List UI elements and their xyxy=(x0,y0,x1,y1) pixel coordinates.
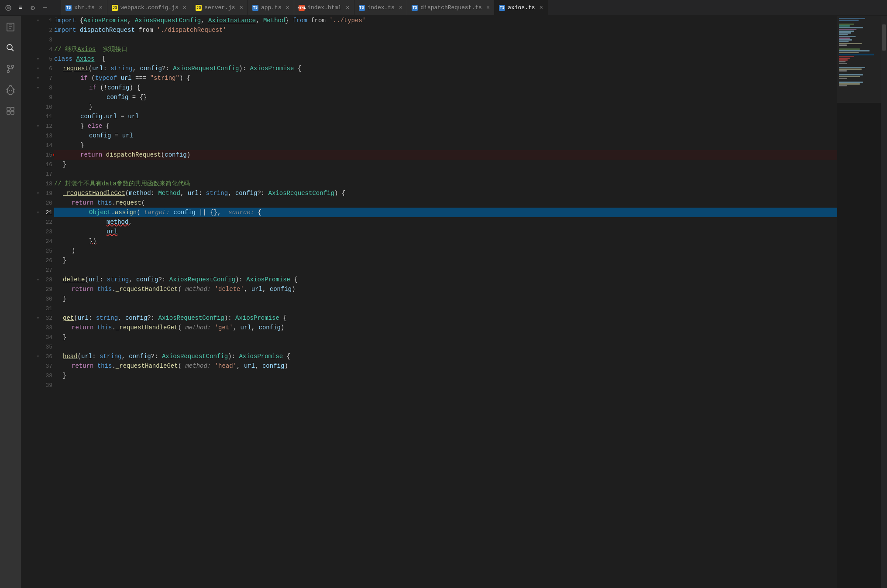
fold-icon-7[interactable]: ▾ xyxy=(35,75,41,81)
tab-app-ts[interactable]: TS app.ts × xyxy=(248,0,294,16)
fold-icon-19[interactable]: ▾ xyxy=(35,191,41,196)
gutter-line-22: 22 xyxy=(21,217,54,227)
search-icon[interactable] xyxy=(3,40,18,56)
gutter-line-2: 2 xyxy=(21,25,54,35)
gutter-line-15: 15 xyxy=(21,150,54,160)
tab-bar-icons: ≡ ⚙ — xyxy=(0,3,61,13)
gutter-line-31: 31 xyxy=(21,304,54,313)
fold-icon-36[interactable]: ▾ xyxy=(35,354,41,359)
tab-lang-icon: TS xyxy=(499,5,505,11)
fold-icon-32[interactable]: ▾ xyxy=(35,315,41,321)
tab-close-icon[interactable]: × xyxy=(346,5,349,11)
line-number-25: 25 xyxy=(42,248,52,254)
code-line-26: } xyxy=(54,256,837,265)
code-line-32: get ( url : string , config ?: AxiosRequ… xyxy=(54,313,837,323)
line-number-8: 8 xyxy=(42,85,52,91)
gutter-line-12: ▾ 12 xyxy=(21,121,54,131)
code-line-6: request ( url : string , config ?: Axios… xyxy=(54,64,837,73)
line-number-22: 22 xyxy=(42,219,52,226)
fold-icon-8[interactable]: ▾ xyxy=(35,85,41,90)
code-line-9: config = {} xyxy=(54,92,837,102)
code-line-24: }) xyxy=(54,236,837,246)
code-line-37: return this . _requestHandleGet ( method… xyxy=(54,361,837,371)
code-editor[interactable]: ▾ 1 2 3 4 xyxy=(21,16,887,588)
svg-point-4 xyxy=(7,71,10,73)
code-line-2: import dispatchRequest from './dispatchR… xyxy=(54,25,837,35)
gutter-line-14: 14 xyxy=(21,140,54,150)
code-line-30: } xyxy=(54,294,837,304)
tab-close-icon[interactable]: × xyxy=(286,5,289,11)
tab-close-icon[interactable]: × xyxy=(99,5,103,11)
tab-label: dispatchRequest.ts xyxy=(420,4,481,11)
minimap-panel xyxy=(837,16,881,588)
line-number-14: 14 xyxy=(42,142,52,149)
gutter-line-17: 17 xyxy=(21,169,54,179)
scroll-thumb[interactable] xyxy=(882,24,886,51)
tab-close-icon[interactable]: × xyxy=(399,5,402,11)
code-lines-area[interactable]: import { AxiosPromise , AxiosRequestConf… xyxy=(54,16,837,588)
line-number-18: 18 xyxy=(42,181,52,187)
tab-label: app.ts xyxy=(261,4,282,11)
line-number-3: 3 xyxy=(42,37,52,43)
tab-label: axios.ts xyxy=(508,4,535,11)
toggle-sidebar-icon[interactable]: ≡ xyxy=(16,3,25,13)
line-number-35: 35 xyxy=(42,344,52,350)
vertical-scrollbar[interactable] xyxy=(881,16,887,588)
svg-point-6 xyxy=(9,90,10,91)
line-number-28: 28 xyxy=(42,277,52,283)
gutter-line-9: 9 xyxy=(21,92,54,102)
fold-icon-1[interactable]: ▾ xyxy=(35,18,41,23)
gutter-line-33: 33 xyxy=(21,323,54,332)
tab-server-js[interactable]: JS server.js × xyxy=(191,0,248,16)
gutter-line-39: 39 xyxy=(21,380,54,390)
menu-icon[interactable] xyxy=(3,3,13,13)
code-line-7: if ( typeof url === "string" ) { xyxy=(54,73,837,83)
debug-icon[interactable] xyxy=(3,82,18,98)
settings-icon[interactable]: ⚙ xyxy=(28,3,38,13)
main-layout: ▾ 1 2 3 4 xyxy=(0,16,887,588)
tab-close-icon[interactable]: × xyxy=(540,5,543,11)
tab-dispatchrequest-ts[interactable]: TS dispatchRequest.ts × xyxy=(407,0,495,16)
app-root: ≡ ⚙ — TS xhr.ts × JS webpack.config.js ×… xyxy=(0,0,887,588)
tab-axios-ts[interactable]: TS axios.ts × xyxy=(495,0,548,16)
code-line-18: // 封装个不具有data参数的共用函数来简化代码 xyxy=(54,179,837,188)
gutter-line-3: 3 xyxy=(21,35,54,44)
fold-icon-12[interactable]: ▾ xyxy=(35,123,41,129)
tab-xhr-ts[interactable]: TS xhr.ts × xyxy=(61,0,107,16)
gutter-line-25: 25 xyxy=(21,246,54,256)
gutter-line-28: ▾ 28 xyxy=(21,275,54,284)
svg-rect-10 xyxy=(7,111,10,114)
gutter-line-23: 23 xyxy=(21,227,54,236)
line-number-31: 31 xyxy=(42,305,52,312)
tab-bar: ≡ ⚙ — TS xhr.ts × JS webpack.config.js ×… xyxy=(0,0,887,16)
source-control-icon[interactable] xyxy=(3,61,18,77)
code-line-3 xyxy=(54,35,837,44)
code-line-22: method , xyxy=(54,217,837,227)
minimize-icon[interactable]: — xyxy=(40,3,50,13)
fold-icon-6[interactable]: ▾ xyxy=(35,66,41,71)
tab-webpack-config-js[interactable]: JS webpack.config.js × xyxy=(107,0,191,16)
line-number-10: 10 xyxy=(42,104,52,110)
tab-lang-icon: TS xyxy=(65,5,72,11)
code-line-1: import { AxiosPromise , AxiosRequestConf… xyxy=(54,16,837,25)
gutter-line-26: 26 xyxy=(21,256,54,265)
gutter-line-1: ▾ 1 xyxy=(21,16,54,25)
code-line-39 xyxy=(54,380,837,390)
explorer-icon[interactable] xyxy=(3,19,18,35)
tab-close-icon[interactable]: × xyxy=(486,5,490,11)
tab-index-html[interactable]: HTML index.html × xyxy=(294,0,354,16)
extensions-icon[interactable] xyxy=(3,103,18,119)
code-line-36: head ( url : string , config ?: AxiosReq… xyxy=(54,352,837,361)
gutter-line-16: 16 xyxy=(21,160,54,169)
gutter-line-19: ▾ 19 xyxy=(21,188,54,198)
tab-lang-icon: JS xyxy=(112,5,118,11)
tab-close-icon[interactable]: × xyxy=(183,5,186,11)
tab-close-icon[interactable]: × xyxy=(239,5,243,11)
fold-icon-21[interactable]: ▾ xyxy=(35,210,41,215)
fold-icon-28[interactable]: ▾ xyxy=(35,277,41,282)
fold-icon-2 xyxy=(35,28,41,33)
line-number-32: 32 xyxy=(42,315,52,321)
fold-icon-5[interactable]: ▾ xyxy=(35,56,41,62)
code-line-28: delete ( url : string , config ?: AxiosR… xyxy=(54,275,837,284)
tab-index-ts[interactable]: TS index.ts × xyxy=(354,0,408,16)
